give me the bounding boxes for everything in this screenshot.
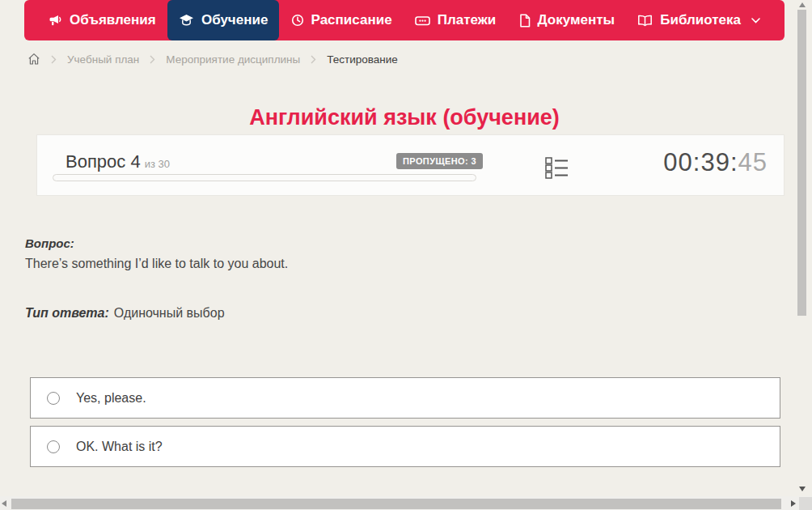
scroll-up-arrow-icon[interactable] [799, 2, 806, 7]
answer-option-2[interactable]: OK. What is it? [30, 426, 780, 467]
answer-option-label: Yes, please. [76, 391, 146, 406]
question-number: Вопрос 4из 30 [66, 151, 170, 172]
answer-option-label: OK. What is it? [76, 440, 163, 454]
nav-item-library[interactable]: Библиотека [626, 0, 772, 40]
scroll-down-arrow-icon[interactable] [799, 487, 806, 491]
nav-item-label: Документы [538, 12, 615, 28]
question-progress-bar [53, 174, 476, 181]
timer-hours-minutes: 00:39: [663, 148, 738, 176]
answer-type-row: Тип ответа:Одиночный выбор [25, 306, 225, 321]
breadcrumb-study-plan[interactable]: Учебный план [67, 53, 139, 66]
horizontal-scrollbar-thumb[interactable] [11, 499, 781, 509]
answer-type-value: Одиночный выбор [114, 306, 225, 320]
scroll-right-arrow-icon[interactable] [791, 500, 796, 507]
nav-item-label: Обучение [201, 12, 268, 28]
chevron-right-icon [311, 55, 316, 64]
nav-item-schedule[interactable]: Расписание [280, 0, 404, 40]
answer-type-label: Тип ответа: [25, 306, 109, 320]
question-of-label: из 30 [145, 158, 170, 170]
scroll-left-arrow-icon[interactable] [2, 500, 6, 507]
question-heading: Вопрос: [25, 236, 74, 250]
radio-button[interactable] [47, 440, 60, 453]
nav-item-label: Объявления [70, 12, 156, 28]
chevron-right-icon [150, 55, 155, 64]
top-navigation: Объявления Обучение Расписание Платежи Д… [24, 0, 785, 40]
countdown-timer: 00:39:45 [663, 148, 768, 177]
question-number-label: Вопрос 4 [66, 151, 141, 172]
megaphone-icon [49, 15, 62, 27]
nav-item-label: Расписание [311, 12, 392, 28]
home-icon[interactable] [27, 53, 40, 66]
question-list-icon[interactable] [545, 155, 569, 182]
nav-item-label: Платежи [438, 12, 497, 28]
nav-item-documents[interactable]: Документы [508, 0, 627, 40]
skipped-badge: ПРОПУЩЕНО: 3 [396, 153, 483, 169]
answer-option-1[interactable]: Yes, please. [30, 377, 780, 419]
clock-icon [291, 14, 304, 27]
nav-item-payments[interactable]: Платежи [404, 0, 508, 40]
breadcrumb-current-testing: Тестирование [327, 53, 398, 66]
nav-item-announcements[interactable]: Объявления [37, 0, 167, 40]
banknote-icon [415, 15, 430, 27]
page-title: Английский язык (обучение) [24, 105, 785, 130]
breadcrumb: Учебный план Мероприятие дисциплины Тест… [27, 49, 398, 69]
scrollbar-corner [799, 497, 812, 510]
radio-button[interactable] [47, 392, 60, 405]
vertical-scrollbar-thumb[interactable] [797, 10, 806, 316]
document-icon [519, 14, 531, 28]
quiz-header-bar: Вопрос 4из 30 ПРОПУЩЕНО: 3 00:39:45 [36, 134, 785, 196]
question-text: There’s something I’d like to talk to yo… [25, 257, 288, 271]
chevron-down-icon [751, 18, 760, 23]
timer-seconds: 45 [738, 148, 768, 176]
graduation-cap-icon [179, 14, 194, 27]
chevron-right-icon [51, 55, 57, 64]
open-book-icon [637, 15, 653, 27]
nav-item-label: Библиотека [660, 12, 741, 28]
nav-item-learning[interactable]: Обучение [167, 0, 279, 40]
breadcrumb-discipline-event[interactable]: Мероприятие дисциплины [166, 53, 300, 66]
